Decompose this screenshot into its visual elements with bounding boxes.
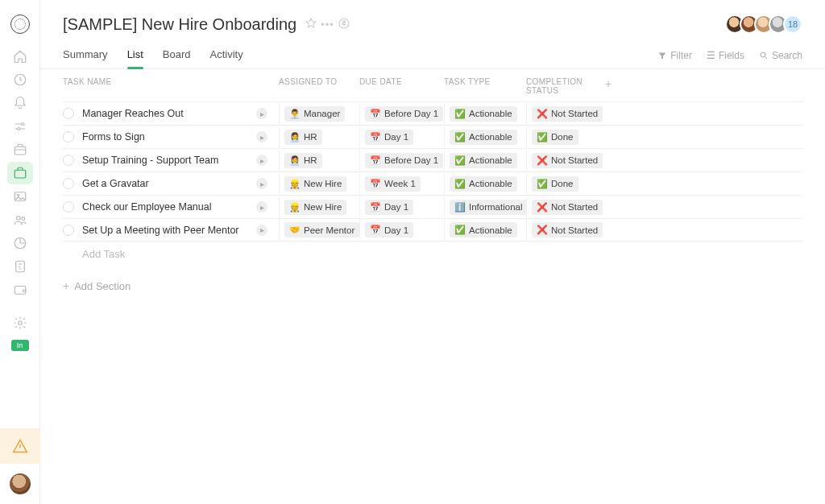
assigned-pill[interactable]: 👷New Hire bbox=[284, 200, 346, 215]
sidebar-badge[interactable]: In bbox=[11, 340, 29, 351]
sliders-icon[interactable] bbox=[7, 115, 33, 138]
invoice-icon[interactable] bbox=[7, 255, 33, 278]
member-count[interactable]: 18 bbox=[783, 14, 802, 34]
row-more-icon[interactable]: ▸ bbox=[256, 225, 267, 236]
add-task-input[interactable]: Add Task bbox=[63, 242, 802, 265]
project-title: [SAMPLE] New Hire Onboarding bbox=[63, 15, 296, 34]
row-more-icon[interactable]: ▸ bbox=[256, 108, 267, 119]
col-due-date[interactable]: Due Date bbox=[359, 77, 444, 95]
svg-point-14 bbox=[761, 52, 765, 57]
col-completion-status[interactable]: Completion Status bbox=[526, 77, 605, 95]
task-table: Task Name Assigned To Due Date Task Type… bbox=[40, 69, 825, 292]
assigned-pill[interactable]: 👩‍💼HR bbox=[284, 153, 322, 168]
assigned-pill[interactable]: 👩‍💼HR bbox=[284, 130, 322, 145]
type-pill[interactable]: ℹ️Informational bbox=[450, 200, 527, 215]
complete-checkbox[interactable] bbox=[63, 155, 74, 166]
status-pill[interactable]: ❌Not Started bbox=[532, 200, 603, 215]
due-pill[interactable]: 📅Day 1 bbox=[365, 222, 413, 238]
type-pill[interactable]: ✅Actionable bbox=[450, 130, 517, 145]
row-more-icon[interactable]: ▸ bbox=[256, 155, 267, 166]
svg-rect-4 bbox=[15, 170, 26, 178]
complete-checkbox[interactable] bbox=[63, 131, 74, 143]
fields-icon: ☰ bbox=[707, 50, 715, 61]
complete-checkbox[interactable] bbox=[63, 178, 74, 189]
table-row[interactable]: Get a Gravatar▸👷New Hire📅Week 1✅Actionab… bbox=[63, 171, 802, 195]
team-icon[interactable] bbox=[7, 209, 33, 231]
table-row[interactable]: Set Up a Meeting with Peer Mentor▸🤝Peer … bbox=[63, 218, 802, 242]
filter-button[interactable]: Filter bbox=[657, 50, 692, 61]
table-row[interactable]: Manager Reaches Out▸👨‍💼Manager📅Before Da… bbox=[63, 101, 802, 125]
table-row[interactable]: Setup Training - Support Team▸👩‍💼HR📅Befo… bbox=[63, 148, 802, 171]
type-pill[interactable]: ✅Actionable bbox=[450, 222, 517, 238]
status-pill[interactable]: ✅Done bbox=[532, 130, 578, 145]
add-column-button[interactable]: + bbox=[605, 77, 629, 95]
sidebar: In bbox=[0, 0, 40, 504]
tab-summary[interactable]: Summary bbox=[63, 42, 108, 68]
warning-banner[interactable] bbox=[0, 428, 40, 464]
task-name: Forms to Sign bbox=[82, 131, 145, 143]
inbox-icon[interactable] bbox=[7, 162, 33, 184]
add-section-label: Add Section bbox=[74, 280, 131, 292]
favorite-icon[interactable] bbox=[305, 17, 317, 32]
assigned-pill[interactable]: 👨‍💼Manager bbox=[284, 106, 345, 122]
search-label: Search bbox=[772, 50, 802, 61]
tabs-row: Summary List Board Activity Filter ☰ Fie… bbox=[40, 39, 825, 69]
due-pill[interactable]: 📅Week 1 bbox=[365, 176, 421, 192]
due-pill[interactable]: 📅Day 1 bbox=[365, 130, 413, 145]
member-avatars[interactable]: 18 bbox=[725, 14, 802, 34]
due-pill[interactable]: 📅Before Day 1 bbox=[365, 106, 443, 122]
status-pill[interactable]: ❌Not Started bbox=[532, 153, 603, 168]
due-pill[interactable]: 📅Day 1 bbox=[365, 200, 413, 215]
row-more-icon[interactable]: ▸ bbox=[256, 131, 267, 143]
task-name: Manager Reaches Out bbox=[82, 108, 184, 119]
image-icon[interactable] bbox=[7, 185, 33, 208]
tab-activity[interactable]: Activity bbox=[210, 42, 243, 68]
app-logo[interactable] bbox=[10, 14, 30, 34]
svg-point-6 bbox=[17, 194, 19, 196]
assigned-pill[interactable]: 👷New Hire bbox=[284, 176, 346, 192]
task-name: Get a Gravatar bbox=[82, 178, 149, 189]
complete-checkbox[interactable] bbox=[63, 225, 74, 236]
main-area: [SAMPLE] New Hire Onboarding ••• 18 Summ… bbox=[40, 0, 825, 504]
wallet-icon[interactable] bbox=[7, 279, 33, 301]
bell-icon[interactable] bbox=[7, 92, 33, 114]
assigned-pill[interactable]: 🤝Peer Mentor bbox=[284, 222, 359, 238]
svg-point-2 bbox=[18, 128, 20, 130]
tab-list[interactable]: List bbox=[127, 42, 143, 68]
complete-checkbox[interactable] bbox=[63, 201, 74, 213]
col-assigned-to[interactable]: Assigned To bbox=[279, 77, 359, 95]
settings-icon[interactable] bbox=[7, 312, 33, 334]
portfolio-icon[interactable] bbox=[7, 138, 33, 161]
due-pill[interactable]: 📅Before Day 1 bbox=[365, 153, 443, 168]
home-icon[interactable] bbox=[7, 45, 33, 68]
task-name: Set Up a Meeting with Peer Mentor bbox=[82, 225, 239, 236]
status-pill[interactable]: ✅Done bbox=[532, 176, 578, 192]
status-pill[interactable]: ❌Not Started bbox=[532, 222, 603, 238]
add-section-button[interactable]: + Add Section bbox=[63, 265, 802, 292]
svg-point-7 bbox=[16, 217, 20, 221]
filter-label: Filter bbox=[670, 50, 692, 61]
chart-icon[interactable] bbox=[7, 232, 33, 254]
row-more-icon[interactable]: ▸ bbox=[256, 201, 267, 213]
fields-button[interactable]: ☰ Fields bbox=[707, 50, 744, 61]
row-more-icon[interactable]: ▸ bbox=[256, 178, 267, 189]
type-pill[interactable]: ✅Actionable bbox=[450, 176, 517, 192]
plus-icon: + bbox=[63, 279, 69, 292]
col-task-name[interactable]: Task Name bbox=[63, 77, 279, 95]
more-options-icon[interactable]: ••• bbox=[321, 19, 334, 31]
col-task-type[interactable]: Task Type bbox=[444, 77, 526, 95]
table-header: Task Name Assigned To Due Date Task Type… bbox=[63, 69, 802, 101]
table-row[interactable]: Forms to Sign▸👩‍💼HR📅Day 1✅Actionable✅Don… bbox=[63, 125, 802, 148]
status-pill[interactable]: ❌Not Started bbox=[532, 106, 603, 122]
table-row[interactable]: Check our Employee Manual▸👷New Hire📅Day … bbox=[63, 195, 802, 218]
current-user-avatar[interactable] bbox=[0, 473, 40, 494]
tab-board[interactable]: Board bbox=[163, 42, 191, 68]
svg-point-8 bbox=[21, 217, 24, 221]
type-pill[interactable]: ✅Actionable bbox=[450, 106, 517, 122]
budget-icon[interactable] bbox=[338, 17, 350, 32]
type-pill[interactable]: ✅Actionable bbox=[450, 153, 517, 168]
search-button[interactable]: Search bbox=[759, 50, 802, 61]
complete-checkbox[interactable] bbox=[63, 108, 74, 119]
clock-icon[interactable] bbox=[7, 68, 33, 91]
svg-point-1 bbox=[21, 123, 23, 126]
